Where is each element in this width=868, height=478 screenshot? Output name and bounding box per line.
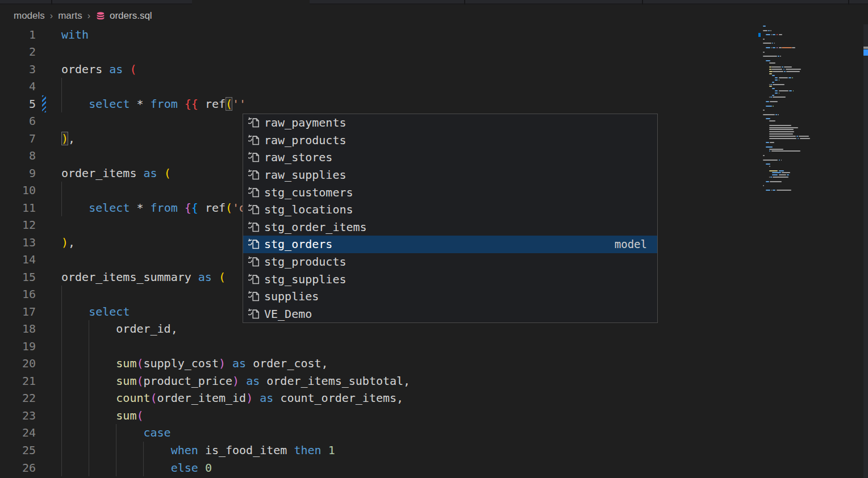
minimap-line: [773, 71, 783, 72]
code-line-7[interactable]: ),: [61, 130, 75, 148]
minimap-line: [773, 97, 785, 98]
code-token: as: [109, 62, 123, 76]
minimap-line: [763, 30, 767, 31]
code-token: ): [61, 236, 68, 249]
code-line-25[interactable]: when is_food_item then 1: [61, 442, 335, 459]
suggest-item-raw_supplies[interactable]: raw_supplies: [243, 166, 657, 184]
code-line-9[interactable]: order_items as (: [61, 165, 171, 182]
minimap-line: [770, 97, 772, 98]
suggest-item-stg_locations[interactable]: stg_locations: [243, 201, 657, 219]
scrollbar-overview-ruler[interactable]: [863, 24, 868, 478]
code-token: ): [219, 357, 226, 370]
reference-icon: [248, 116, 261, 129]
line-number: 17: [0, 303, 36, 321]
code-token: is_food_item: [205, 443, 287, 457]
minimap-line: [773, 190, 775, 191]
minimap-line: [771, 47, 773, 48]
reference-icon: [248, 203, 261, 216]
suggest-item-label: raw_supplies: [264, 168, 347, 182]
line-number: 12: [0, 216, 36, 234]
code-line-20[interactable]: sum(supply_cost) as order_cost,: [61, 355, 328, 372]
minimap-line: [763, 155, 765, 156]
code-line-22[interactable]: count(order_item_id) as count_order_item…: [61, 389, 403, 407]
minimap-line: [769, 136, 796, 137]
code-token: [61, 426, 144, 439]
overview-ruler-marker: [863, 47, 868, 49]
suggest-item-raw_products[interactable]: raw_products: [243, 132, 657, 149]
code-token: sum: [116, 409, 136, 422]
minimap-line: [769, 120, 776, 121]
minimap-line: [769, 177, 770, 178]
line-number: 16: [0, 286, 36, 303]
suggest-item-label: raw_payments: [264, 116, 347, 129]
minimap-line: [792, 47, 795, 48]
line-number: 26: [0, 459, 36, 477]
line-number: 18: [0, 320, 36, 338]
code-token: with: [61, 28, 89, 41]
line-number: 19: [0, 338, 36, 355]
suggest-item-stg_products[interactable]: stg_products: [243, 253, 657, 271]
minimap-line: [777, 47, 778, 48]
code-token: (: [136, 357, 143, 370]
minimap-line: [773, 177, 788, 178]
code-token: [61, 201, 89, 215]
code-token: ): [246, 391, 253, 405]
minimap-line: [799, 136, 808, 137]
code-line-24[interactable]: case: [61, 424, 171, 442]
code-line-3[interactable]: orders as (: [61, 61, 136, 78]
code-token: [61, 97, 89, 111]
minimap-line: [770, 181, 782, 182]
code-line-23[interactable]: sum(: [61, 407, 144, 425]
minimap-line: [771, 150, 800, 152]
code-token: orders: [61, 62, 102, 76]
code-token: [61, 461, 171, 475]
reference-icon: [248, 186, 261, 199]
minimap-line: [766, 163, 770, 165]
minimap-line: [766, 146, 773, 148]
code-token: [178, 201, 185, 215]
minimap-line: [766, 106, 772, 107]
code-token: {{: [185, 97, 198, 111]
code-line-18[interactable]: order_id,: [61, 320, 178, 338]
line-number: 4: [0, 78, 36, 95]
suggest-item-stg_supplies[interactable]: stg_supplies: [243, 270, 657, 288]
code-token: [102, 62, 109, 76]
suggest-item-VE_Demo[interactable]: VE_Demo: [243, 305, 657, 323]
minimap-line: [792, 77, 793, 78]
suggest-item-raw_payments[interactable]: raw_payments: [243, 114, 657, 132]
suggest-item-raw_stores[interactable]: raw_stores: [243, 149, 657, 166]
code-token: select: [89, 305, 130, 318]
code-token: [322, 443, 328, 457]
minimap[interactable]: [757, 5, 863, 478]
overview-ruler-marker: [863, 49, 868, 56]
code-line-15[interactable]: order_items_summary as (: [61, 269, 226, 286]
code-token: *: [130, 97, 150, 111]
code-token: count_order_items,: [280, 391, 403, 405]
suggest-item-supplies[interactable]: supplies: [243, 288, 657, 305]
code-line-5[interactable]: select * from {{ ref('': [61, 95, 246, 113]
suggest-item-stg_customers[interactable]: stg_customers: [243, 183, 657, 201]
code-line-17[interactable]: select: [61, 303, 130, 321]
line-number: 1: [0, 26, 36, 44]
minimap-line: [769, 69, 771, 70]
minimap-line: [769, 71, 773, 72]
minimap-line: [763, 39, 765, 40]
code-token: 1: [328, 443, 335, 457]
minimap-line: [798, 138, 799, 139]
minimap-line: [774, 43, 775, 44]
code-token: [246, 357, 253, 370]
code-line-13[interactable]: ),: [61, 234, 75, 251]
code-token: when: [171, 443, 198, 457]
suggest-item-stg_order_items[interactable]: stg_order_items: [243, 219, 657, 236]
minimap-line: [779, 170, 784, 171]
code-token: order_item_id: [157, 391, 247, 405]
suggest-item-stg_orders[interactable]: stg_ordersmodel: [243, 236, 657, 253]
code-token: (: [226, 201, 232, 215]
line-number: 9: [0, 165, 36, 182]
code-token: ): [232, 374, 239, 388]
code-line-1[interactable]: with: [61, 26, 89, 44]
suggest-item-label: stg_supplies: [264, 272, 347, 286]
code-line-21[interactable]: sum(product_price) as order_items_subtot…: [61, 372, 410, 390]
minimap-line: [783, 69, 785, 70]
code-line-26[interactable]: else 0: [61, 459, 212, 477]
